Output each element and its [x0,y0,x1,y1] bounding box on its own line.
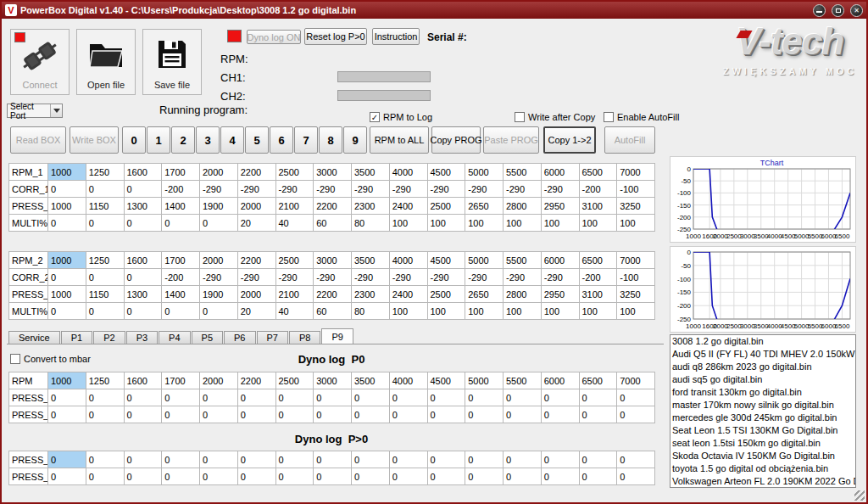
cell-MULTI%-5[interactable]: 20 [237,303,275,320]
cell-PRESS_1-11[interactable]: 0 [465,389,504,406]
cell-PRESS_2-2[interactable]: 0 [124,468,162,485]
cell-PRESS_1-8[interactable]: 0 [352,451,390,468]
cell-RPM_1-8[interactable]: 3500 [352,164,390,181]
cell-RPM-11[interactable]: 5000 [465,372,504,389]
cell-PRESS_1-15[interactable]: 0 [617,451,655,468]
cell-PRESS_2-10[interactable]: 0 [427,406,465,423]
cell-RPM_1-6[interactable]: 2500 [275,164,314,181]
file-list-item-ford-transit-130km-go-digital-[interactable]: ford transit 130km go digital.bin [670,386,855,399]
cell-RPM-0[interactable]: 1000 [48,372,86,389]
cell-PRESS_1-10[interactable]: 2500 [427,198,465,215]
title-bar[interactable]: V PowerBox Digital v1.40 - C:\Users\Prod… [2,2,866,19]
cell-MULTI%-15[interactable]: 100 [617,215,655,232]
enable-autofill-checkbox[interactable]: Enable AutoFill [604,112,679,122]
cell-RPM_2-0[interactable]: 1000 [48,252,86,269]
chevron-down-icon[interactable] [50,104,62,117]
cell-PRESS_2-0[interactable]: 0 [48,468,86,485]
cell-PRESS_2-9[interactable]: 0 [389,406,427,423]
cell-PRESS_2-11[interactable]: 2650 [465,286,504,303]
write-after-copy-checkbox-box[interactable] [515,112,525,122]
digit-button-9[interactable]: 9 [343,126,367,154]
cell-CORR_2-9[interactable]: -290 [389,269,427,286]
cell-RPM_2-15[interactable]: 7000 [617,252,655,269]
close-button[interactable]: ✕ [850,4,863,17]
cell-MULTI%-3[interactable]: 0 [162,303,200,320]
file-list-item-volkswagen-arteon-fl-2-0-190km[interactable]: Volkswagen Arteon FL 2.0 190KM 2022 Go D… [670,475,855,488]
cell-PRESS_1-5[interactable]: 0 [237,389,275,406]
cell-MULTI%-12[interactable]: 100 [504,215,542,232]
cell-MULTI%-13[interactable]: 100 [541,215,579,232]
cell-PRESS_2-9[interactable]: 0 [389,468,427,485]
cell-PRESS_2-1[interactable]: 0 [86,406,124,423]
cell-CORR_1-14[interactable]: -200 [579,181,617,198]
digit-button-5[interactable]: 5 [245,126,269,154]
cell-MULTI%-5[interactable]: 20 [237,215,275,232]
cell-MULTI%-8[interactable]: 80 [352,215,390,232]
cell-CORR_1-10[interactable]: -290 [427,181,465,198]
write-after-copy-checkbox[interactable]: Write after Copy [515,112,595,122]
dyno-log-on-button[interactable]: Dyno log ON [247,30,301,44]
cell-CORR_2-12[interactable]: -290 [504,269,542,286]
cell-PRESS_1-2[interactable]: 1300 [124,198,162,215]
cell-MULTI%-2[interactable]: 0 [124,215,162,232]
cell-RPM_2-12[interactable]: 5500 [504,252,542,269]
cell-CORR_2-6[interactable]: -290 [275,269,314,286]
cell-CORR_1-11[interactable]: -290 [465,181,504,198]
cell-CORR_2-4[interactable]: -290 [200,269,238,286]
digit-button-0[interactable]: 0 [122,126,146,154]
cell-RPM_1-9[interactable]: 4000 [389,164,427,181]
tab-p5[interactable]: P5 [192,331,223,344]
cell-PRESS_1-3[interactable]: 0 [162,451,200,468]
cell-PRESS_1-5[interactable]: 0 [237,451,275,468]
cell-MULTI%-14[interactable]: 100 [579,215,617,232]
cell-PRESS_1-6[interactable]: 2100 [275,198,314,215]
cell-MULTI%-10[interactable]: 100 [427,303,465,320]
cell-PRESS_2-15[interactable]: 0 [617,468,655,485]
cell-PRESS_1-6[interactable]: 0 [275,451,314,468]
cell-PRESS_1-12[interactable]: 0 [504,451,542,468]
write-box-button[interactable]: Write BOX [70,126,119,154]
cell-CORR_1-12[interactable]: -290 [504,181,542,198]
cell-PRESS_1-0[interactable]: 0 [48,389,86,406]
cell-CORR_1-7[interactable]: -290 [314,181,352,198]
cell-PRESS_1-10[interactable]: 0 [427,389,465,406]
cell-MULTI%-15[interactable]: 100 [617,303,655,320]
minimize-button[interactable] [813,4,826,17]
cell-PRESS_2-4[interactable]: 0 [200,406,238,423]
cell-PRESS_1-2[interactable]: 0 [124,389,162,406]
cell-PRESS_1-8[interactable]: 0 [352,389,390,406]
cell-RPM-12[interactable]: 5500 [504,372,542,389]
cell-CORR_1-13[interactable]: -290 [541,181,579,198]
cell-PRESS_1-4[interactable]: 1900 [200,198,238,215]
cell-MULTI%-11[interactable]: 100 [465,215,504,232]
cell-CORR_2-5[interactable]: -290 [237,269,275,286]
digit-button-3[interactable]: 3 [196,126,220,154]
cell-PRESS_2-6[interactable]: 2100 [275,286,314,303]
cell-PRESS_1-9[interactable]: 0 [389,389,427,406]
save-file-button[interactable]: Save file [142,29,202,95]
copy-1-to-2-button[interactable]: Copy 1->2 [543,126,596,154]
cell-MULTI%-10[interactable]: 100 [427,215,465,232]
digit-button-1[interactable]: 1 [147,126,170,154]
cell-PRESS_1-4[interactable]: 0 [200,389,238,406]
cell-RPM_1-10[interactable]: 4500 [427,164,465,181]
cell-RPM-14[interactable]: 6500 [579,372,617,389]
cell-RPM_2-7[interactable]: 3000 [314,252,352,269]
cell-PRESS_2-6[interactable]: 0 [275,406,314,423]
cell-RPM-15[interactable]: 7000 [617,372,655,389]
cell-MULTI%-11[interactable]: 100 [465,303,504,320]
cell-PRESS_2-12[interactable]: 0 [504,406,542,423]
cell-MULTI%-4[interactable]: 0 [200,215,238,232]
cell-CORR_2-14[interactable]: -200 [579,269,617,286]
cell-CORR_1-5[interactable]: -290 [237,181,275,198]
cell-PRESS_2-10[interactable]: 2500 [427,286,465,303]
cell-PRESS_1-0[interactable]: 0 [48,451,86,468]
cell-RPM-6[interactable]: 2500 [275,372,314,389]
cell-PRESS_2-6[interactable]: 0 [275,468,314,485]
cell-PRESS_2-11[interactable]: 0 [465,468,504,485]
cell-MULTI%-2[interactable]: 0 [124,303,162,320]
cell-PRESS_2-5[interactable]: 0 [237,406,275,423]
cell-PRESS_1-14[interactable]: 0 [579,389,617,406]
tab-p3[interactable]: P3 [126,331,158,344]
cell-RPM-5[interactable]: 2200 [237,372,275,389]
